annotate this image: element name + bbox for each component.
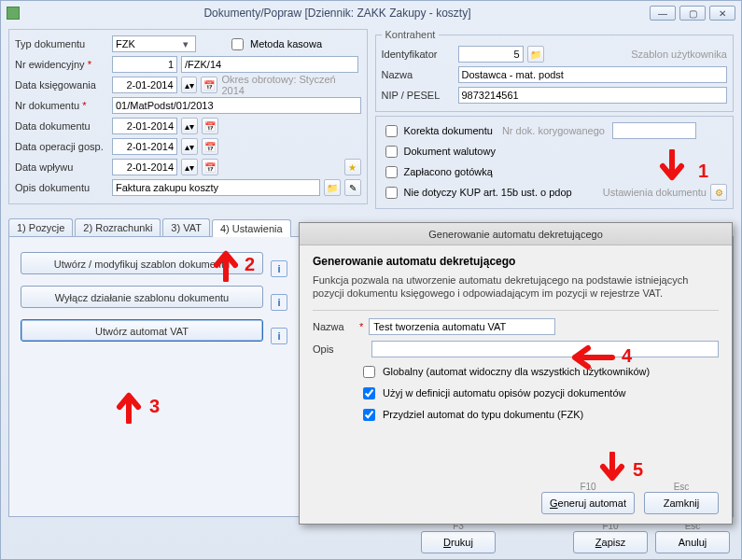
typ-dokumentu-label: Typ dokumentu bbox=[15, 38, 108, 49]
data-ksieg-label: Data księgowania bbox=[15, 79, 108, 91]
opis-input[interactable] bbox=[112, 179, 320, 196]
calendar-icon[interactable]: 📅 bbox=[202, 118, 218, 134]
data-dok-input[interactable] bbox=[112, 118, 177, 134]
nie-kup-checkbox[interactable]: Nie dotyczy KUP art. 15b ust. o pdop bbox=[382, 184, 572, 202]
nr-koryg-label: Nr dok. korygowanego bbox=[502, 125, 605, 136]
zamknij-button[interactable]: Zamknij bbox=[644, 492, 719, 514]
walutowy-checkbox[interactable]: Dokument walutowy bbox=[382, 143, 496, 161]
chevron-down-icon: ▾ bbox=[179, 37, 192, 50]
chk-opis[interactable]: Użyj w definicji automatu opisów pozycji… bbox=[359, 385, 719, 402]
app-icon bbox=[7, 7, 20, 20]
data-wplywu-input[interactable] bbox=[112, 159, 177, 175]
calendar-icon[interactable]: 📅 bbox=[202, 159, 218, 175]
gear-icon[interactable]: ⚙ bbox=[710, 184, 727, 201]
minimize-button[interactable]: — bbox=[650, 6, 676, 21]
szablon-user-label[interactable]: Szablon użytkownika bbox=[631, 49, 727, 60]
metoda-kasowa-checkbox[interactable]: Metoda kasowa bbox=[228, 35, 322, 53]
tab-vat[interactable]: 3) VAT bbox=[162, 218, 210, 236]
utworz-automat-vat-button[interactable]: Utwórz automat VAT bbox=[21, 319, 263, 342]
nazwa-input[interactable] bbox=[458, 66, 728, 83]
anuluj-button[interactable]: Anuluj bbox=[655, 531, 730, 553]
info-icon[interactable]: i bbox=[271, 294, 287, 311]
calendar-icon[interactable]: 📅 bbox=[202, 138, 218, 155]
info-icon[interactable]: i bbox=[271, 260, 287, 277]
spinner-icon[interactable]: ▴▾ bbox=[181, 138, 198, 155]
drukuj-button[interactable]: Drukuj bbox=[421, 531, 496, 553]
chk-typ[interactable]: Przydziel automat do typu dokumentu (FZK… bbox=[359, 406, 719, 424]
ustawienia-button[interactable]: Ustawienia dokumentu bbox=[603, 187, 707, 198]
tab-pozycje[interactable]: 1) Pozycje bbox=[8, 218, 73, 236]
kontrahent-legend: Kontrahent bbox=[382, 29, 440, 40]
dialog-title: Generowanie automatu dekretującego bbox=[300, 223, 732, 245]
dialog-heading: Generowanie automatu dekretującego bbox=[313, 255, 719, 268]
gotowka-checkbox[interactable]: Zapłacono gotówką bbox=[382, 163, 493, 181]
ident-label: Identyfikator bbox=[382, 49, 455, 60]
spinner-icon[interactable]: ▴▾ bbox=[181, 118, 198, 134]
info-icon[interactable]: i bbox=[271, 328, 287, 344]
tab-ustawienia[interactable]: 4) Ustawienia bbox=[212, 219, 291, 237]
footer: F3 Drukuj F10 Zapisz Esc Anuluj bbox=[1, 521, 741, 553]
spinner-icon[interactable]: ▴▾ bbox=[181, 159, 198, 175]
data-dok-label: Data dokumentu bbox=[15, 120, 108, 132]
edit-icon[interactable]: ✎ bbox=[344, 179, 361, 196]
kontrahent-group: Kontrahent Identyfikator 📁 Szablon użytk… bbox=[375, 29, 735, 112]
spinner-icon[interactable]: ▴▾ bbox=[181, 77, 198, 93]
nr-dok-label: Nr dokumentu * bbox=[15, 100, 108, 111]
wylacz-szablon-button[interactable]: Wyłącz działanie szablonu dokumentu bbox=[21, 286, 263, 308]
dialog-desc: Funkcja pozwala na utworzenie automatu d… bbox=[313, 273, 719, 301]
calendar-icon[interactable]: 📅 bbox=[201, 77, 217, 93]
nip-label: NIP / PESEL bbox=[382, 90, 455, 101]
opis-label: Opis dokumentu bbox=[15, 182, 108, 193]
document-group: Typ dokumentu FZK ▾ Metoda kasowa Nr ewi… bbox=[8, 29, 368, 204]
folder-icon[interactable]: 📁 bbox=[324, 179, 341, 196]
folder-icon[interactable]: 📁 bbox=[527, 46, 544, 63]
dlg-nazwa-label: Nazwa bbox=[313, 321, 354, 332]
nr-ewid-label: Nr ewidencyjny * bbox=[15, 59, 108, 70]
data-wplywu-label: Data wpływu bbox=[15, 161, 108, 173]
nip-input[interactable] bbox=[458, 87, 728, 104]
data-oper-label: Data operacji gosp. bbox=[15, 141, 108, 152]
star-icon[interactable]: ★ bbox=[344, 159, 361, 175]
tab-rozrachunki[interactable]: 2) Rozrachunki bbox=[75, 218, 161, 236]
dlg-nazwa-input[interactable] bbox=[369, 318, 555, 335]
close-button[interactable]: ✕ bbox=[709, 6, 735, 21]
dlg-opis-input[interactable] bbox=[371, 341, 719, 357]
nazwa-label: Nazwa bbox=[382, 69, 455, 80]
okres-hint: Okres obrotowy: Styczeń 2014 bbox=[221, 74, 360, 96]
typ-dokumentu-select[interactable]: FZK ▾ bbox=[112, 35, 196, 52]
utworz-szablon-button[interactable]: Utwórz / modyfikuj szablon dokumentu bbox=[21, 252, 263, 274]
nr-koryg-input[interactable] bbox=[612, 122, 696, 139]
options-group: Korekta dokumentu Nr dok. korygowanego D… bbox=[375, 116, 735, 209]
data-oper-input[interactable] bbox=[112, 138, 177, 155]
ident-input[interactable] bbox=[458, 46, 524, 63]
titlebar: Dokumenty/Popraw [Dziennik: ZAKK Zakupy … bbox=[1, 1, 741, 25]
nr-ewid-input[interactable] bbox=[112, 56, 177, 73]
automat-dialog: Generowanie automatu dekretującego Gener… bbox=[299, 222, 733, 525]
korekta-checkbox[interactable]: Korekta dokumentu bbox=[382, 122, 493, 140]
maximize-button[interactable]: ▢ bbox=[679, 6, 706, 21]
dlg-opis-label: Opis bbox=[313, 343, 354, 355]
nr-dok-input[interactable] bbox=[112, 97, 361, 114]
generuj-automat-button[interactable]: Generuj automat bbox=[541, 492, 635, 514]
window-title: Dokumenty/Popraw [Dziennik: ZAKK Zakupy … bbox=[25, 7, 650, 20]
chk-global[interactable]: Globalny (automat widoczny dla wszystkic… bbox=[359, 363, 719, 381]
zapisz-button[interactable]: Zapisz bbox=[573, 531, 648, 553]
data-ksieg-input[interactable] bbox=[112, 77, 177, 93]
nr-ewid-suffix[interactable] bbox=[181, 56, 358, 73]
